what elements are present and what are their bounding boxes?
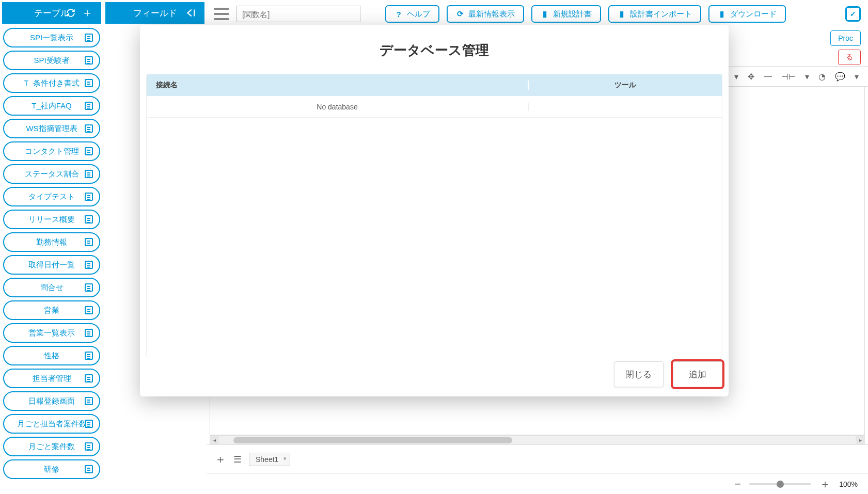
- database-modal: データベース管理 接続名 ツール No database 閉じる 追加: [140, 25, 729, 396]
- empty-db-cell: No database: [147, 103, 529, 111]
- col-connection-name: 接続名: [147, 81, 529, 90]
- db-table: 接続名 ツール No database: [146, 74, 722, 357]
- modal-overlay: データベース管理 接続名 ツール No database 閉じる 追加: [0, 0, 868, 494]
- add-button[interactable]: 追加: [673, 361, 722, 387]
- close-button[interactable]: 閉じる: [614, 361, 664, 387]
- modal-title: データベース管理: [144, 41, 724, 59]
- table-row: No database: [147, 96, 722, 118]
- col-tool: ツール: [529, 81, 722, 90]
